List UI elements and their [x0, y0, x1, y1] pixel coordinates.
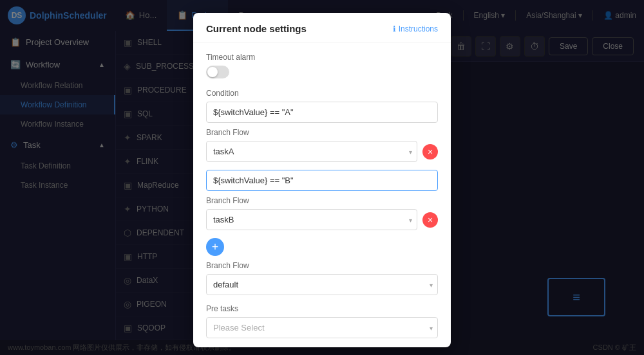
branch-select-1[interactable]: taskA	[206, 141, 417, 162]
default-select-wrap: default ▾	[206, 274, 438, 295]
branch-row-1: taskA ▾ ×	[206, 141, 438, 162]
condition-input-2[interactable]	[206, 170, 438, 191]
modal-header: Current node settings ℹ Instructions	[193, 13, 451, 42]
pre-tasks-select[interactable]: Please Select	[206, 317, 438, 338]
delete-condition-2-btn[interactable]: ×	[422, 212, 438, 228]
branch-select-wrap-1: taskA ▾	[206, 141, 417, 162]
condition-block-2: Branch Flow taskB ▾ ×	[206, 170, 438, 230]
modal-overlay: Current node settings ℹ Instructions Tim…	[0, 0, 644, 355]
branch-row-2: taskB ▾ ×	[206, 209, 438, 230]
timeout-alarm-label: Timeout alarm	[206, 53, 438, 62]
node-settings-modal: Current node settings ℹ Instructions Tim…	[193, 13, 451, 347]
timeout-alarm-section: Timeout alarm	[206, 53, 438, 78]
condition-block-1: Condition Branch Flow taskA ▾ ×	[206, 89, 438, 162]
modal-title: Current node settings	[206, 23, 307, 34]
info-icon: ℹ	[393, 24, 396, 33]
pre-tasks-wrap: Please Select ▾	[206, 317, 438, 338]
pre-tasks-label: Pre tasks	[206, 304, 438, 313]
add-condition-btn[interactable]: +	[206, 238, 224, 256]
default-flow-label: Branch Flow	[206, 261, 438, 270]
default-flow-section: Branch Flow default ▾	[206, 261, 438, 295]
branch-select-wrap-2: taskB ▾	[206, 209, 417, 230]
condition-label-1: Condition	[206, 89, 438, 98]
toggle-knob	[207, 67, 218, 77]
instructions-link[interactable]: ℹ Instructions	[393, 24, 438, 33]
condition-input-1[interactable]	[206, 102, 438, 123]
branch-flow-label-1: Branch Flow	[206, 128, 438, 137]
timeout-alarm-toggle[interactable]	[206, 66, 229, 78]
modal-body: Timeout alarm Condition Branch Flow task…	[193, 42, 451, 347]
branch-select-2[interactable]: taskB	[206, 209, 417, 230]
pre-tasks-section: Pre tasks Please Select ▾	[206, 304, 438, 338]
default-select[interactable]: default	[206, 274, 438, 295]
delete-condition-1-btn[interactable]: ×	[422, 144, 438, 159]
branch-flow-label-2: Branch Flow	[206, 196, 438, 205]
